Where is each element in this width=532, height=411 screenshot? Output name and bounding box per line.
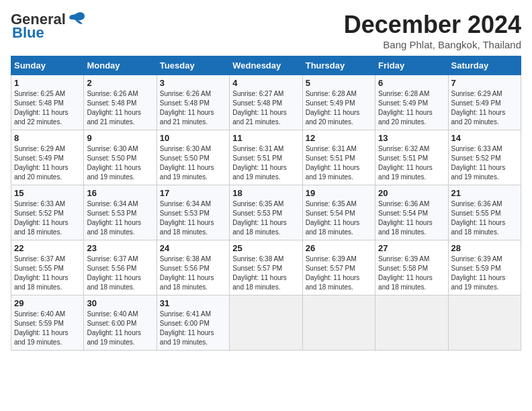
calendar-week-row: 15Sunrise: 6:33 AM Sunset: 5:52 PM Dayli… (11, 185, 521, 240)
header-thursday: Thursday (302, 56, 375, 75)
day-info: Sunrise: 6:40 AM Sunset: 5:59 PM Dayligh… (14, 310, 81, 347)
day-info: Sunrise: 6:30 AM Sunset: 5:50 PM Dayligh… (160, 144, 226, 182)
header-saturday: Saturday (448, 56, 521, 75)
day-number: 30 (87, 298, 153, 308)
calendar-cell: 8Sunrise: 6:29 AM Sunset: 5:49 PM Daylig… (11, 130, 84, 185)
calendar-week-row: 1Sunrise: 6:25 AM Sunset: 5:48 PM Daylig… (11, 75, 521, 130)
calendar-cell: 25Sunrise: 6:38 AM Sunset: 5:57 PM Dayli… (230, 240, 302, 295)
logo-blue: Blue (12, 24, 44, 42)
day-number: 11 (232, 133, 299, 143)
header-wednesday: Wednesday (230, 56, 302, 75)
day-info: Sunrise: 6:35 AM Sunset: 5:54 PM Dayligh… (306, 199, 372, 237)
day-number: 29 (14, 298, 81, 308)
day-number: 13 (378, 133, 445, 143)
day-info: Sunrise: 6:29 AM Sunset: 5:49 PM Dayligh… (451, 89, 518, 127)
header-monday: Monday (84, 56, 157, 75)
day-info: Sunrise: 6:38 AM Sunset: 5:56 PM Dayligh… (160, 255, 226, 292)
day-info: Sunrise: 6:39 AM Sunset: 5:59 PM Dayligh… (451, 255, 518, 292)
calendar-cell: 21Sunrise: 6:36 AM Sunset: 5:55 PM Dayli… (448, 185, 521, 240)
day-info: Sunrise: 6:34 AM Sunset: 5:53 PM Dayligh… (87, 199, 153, 237)
calendar-cell: 2Sunrise: 6:26 AM Sunset: 5:48 PM Daylig… (84, 75, 157, 130)
day-number: 12 (306, 133, 372, 143)
day-info: Sunrise: 6:26 AM Sunset: 5:48 PM Dayligh… (160, 89, 226, 127)
calendar-week-row: 29Sunrise: 6:40 AM Sunset: 5:59 PM Dayli… (11, 295, 521, 351)
day-info: Sunrise: 6:30 AM Sunset: 5:50 PM Dayligh… (87, 144, 153, 182)
day-info: Sunrise: 6:29 AM Sunset: 5:49 PM Dayligh… (14, 144, 81, 182)
header-tuesday: Tuesday (157, 56, 229, 75)
weekday-header-row: Sunday Monday Tuesday Wednesday Thursday… (11, 56, 521, 75)
day-number: 10 (160, 133, 226, 143)
day-number: 20 (378, 188, 445, 198)
day-info: Sunrise: 6:35 AM Sunset: 5:53 PM Dayligh… (232, 199, 299, 237)
header: General Blue December 2024 Bang Phlat, B… (11, 11, 521, 50)
day-info: Sunrise: 6:27 AM Sunset: 5:48 PM Dayligh… (232, 89, 299, 127)
calendar-cell: 18Sunrise: 6:35 AM Sunset: 5:53 PM Dayli… (230, 185, 302, 240)
calendar-cell: 20Sunrise: 6:36 AM Sunset: 5:54 PM Dayli… (375, 185, 448, 240)
calendar-cell: 7Sunrise: 6:29 AM Sunset: 5:49 PM Daylig… (448, 75, 521, 130)
day-number: 22 (14, 243, 81, 253)
day-number: 31 (160, 298, 226, 308)
day-number: 16 (87, 188, 153, 198)
day-info: Sunrise: 6:32 AM Sunset: 5:51 PM Dayligh… (378, 144, 445, 182)
calendar-cell: 28Sunrise: 6:39 AM Sunset: 5:59 PM Dayli… (448, 240, 521, 295)
calendar-cell: 30Sunrise: 6:40 AM Sunset: 6:00 PM Dayli… (84, 295, 157, 351)
day-info: Sunrise: 6:37 AM Sunset: 5:56 PM Dayligh… (87, 255, 153, 292)
day-number: 15 (14, 188, 81, 198)
day-info: Sunrise: 6:28 AM Sunset: 5:49 PM Dayligh… (378, 89, 445, 127)
calendar-cell: 16Sunrise: 6:34 AM Sunset: 5:53 PM Dayli… (84, 185, 157, 240)
day-info: Sunrise: 6:39 AM Sunset: 5:58 PM Dayligh… (378, 255, 445, 292)
day-info: Sunrise: 6:31 AM Sunset: 5:51 PM Dayligh… (232, 144, 299, 182)
calendar-cell: 27Sunrise: 6:39 AM Sunset: 5:58 PM Dayli… (375, 240, 448, 295)
calendar-cell: 17Sunrise: 6:34 AM Sunset: 5:53 PM Dayli… (157, 185, 229, 240)
day-number: 3 (160, 78, 226, 88)
day-number: 27 (378, 243, 445, 253)
calendar-cell: 13Sunrise: 6:32 AM Sunset: 5:51 PM Dayli… (375, 130, 448, 185)
day-info: Sunrise: 6:33 AM Sunset: 5:52 PM Dayligh… (14, 199, 81, 237)
day-number: 6 (378, 78, 445, 88)
day-info: Sunrise: 6:34 AM Sunset: 5:53 PM Dayligh… (160, 199, 226, 237)
calendar-cell: 9Sunrise: 6:30 AM Sunset: 5:50 PM Daylig… (84, 130, 157, 185)
calendar-cell: 31Sunrise: 6:41 AM Sunset: 6:00 PM Dayli… (157, 295, 229, 351)
calendar-week-row: 22Sunrise: 6:37 AM Sunset: 5:55 PM Dayli… (11, 240, 521, 295)
day-number: 14 (451, 133, 518, 143)
calendar-cell (230, 295, 302, 351)
calendar-cell: 14Sunrise: 6:33 AM Sunset: 5:52 PM Dayli… (448, 130, 521, 185)
day-info: Sunrise: 6:25 AM Sunset: 5:48 PM Dayligh… (14, 89, 81, 127)
day-info: Sunrise: 6:31 AM Sunset: 5:51 PM Dayligh… (306, 144, 372, 182)
calendar-cell (448, 295, 521, 351)
day-number: 4 (232, 78, 299, 88)
day-info: Sunrise: 6:41 AM Sunset: 6:00 PM Dayligh… (160, 310, 226, 347)
calendar-cell: 4Sunrise: 6:27 AM Sunset: 5:48 PM Daylig… (230, 75, 302, 130)
logo: General Blue (11, 11, 86, 42)
day-info: Sunrise: 6:36 AM Sunset: 5:54 PM Dayligh… (378, 199, 445, 237)
header-friday: Friday (375, 56, 448, 75)
day-info: Sunrise: 6:36 AM Sunset: 5:55 PM Dayligh… (451, 199, 518, 237)
day-number: 2 (87, 78, 153, 88)
day-info: Sunrise: 6:40 AM Sunset: 6:00 PM Dayligh… (87, 310, 153, 347)
day-info: Sunrise: 6:37 AM Sunset: 5:55 PM Dayligh… (14, 255, 81, 292)
calendar-cell: 1Sunrise: 6:25 AM Sunset: 5:48 PM Daylig… (11, 75, 84, 130)
day-info: Sunrise: 6:38 AM Sunset: 5:57 PM Dayligh… (232, 255, 299, 292)
day-info: Sunrise: 6:39 AM Sunset: 5:57 PM Dayligh… (306, 255, 372, 292)
day-number: 9 (87, 133, 153, 143)
day-number: 28 (451, 243, 518, 253)
calendar-cell: 15Sunrise: 6:33 AM Sunset: 5:52 PM Dayli… (11, 185, 84, 240)
day-number: 21 (451, 188, 518, 198)
calendar-cell: 23Sunrise: 6:37 AM Sunset: 5:56 PM Dayli… (84, 240, 157, 295)
calendar-cell: 19Sunrise: 6:35 AM Sunset: 5:54 PM Dayli… (302, 185, 375, 240)
day-info: Sunrise: 6:33 AM Sunset: 5:52 PM Dayligh… (451, 144, 518, 182)
day-info: Sunrise: 6:26 AM Sunset: 5:48 PM Dayligh… (87, 89, 153, 127)
day-number: 5 (306, 78, 372, 88)
title-area: December 2024 Bang Phlat, Bangkok, Thail… (344, 11, 521, 50)
day-number: 26 (306, 243, 372, 253)
page-container: General Blue December 2024 Bang Phlat, B… (11, 11, 521, 351)
calendar-week-row: 8Sunrise: 6:29 AM Sunset: 5:49 PM Daylig… (11, 130, 521, 185)
calendar-cell: 22Sunrise: 6:37 AM Sunset: 5:55 PM Dayli… (11, 240, 84, 295)
day-number: 23 (87, 243, 153, 253)
calendar-cell: 5Sunrise: 6:28 AM Sunset: 5:49 PM Daylig… (302, 75, 375, 130)
calendar-cell: 11Sunrise: 6:31 AM Sunset: 5:51 PM Dayli… (230, 130, 302, 185)
day-number: 19 (306, 188, 372, 198)
calendar-cell: 26Sunrise: 6:39 AM Sunset: 5:57 PM Dayli… (302, 240, 375, 295)
calendar-cell: 12Sunrise: 6:31 AM Sunset: 5:51 PM Dayli… (302, 130, 375, 185)
day-number: 25 (232, 243, 299, 253)
